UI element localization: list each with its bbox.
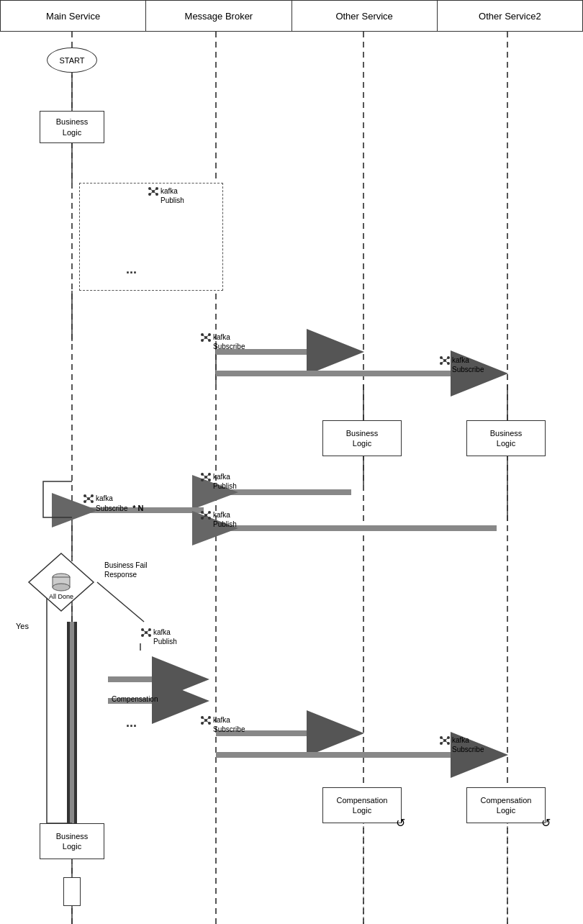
biz-logic-final: BusinessLogic xyxy=(40,823,104,859)
svg-line-98 xyxy=(146,633,150,635)
loop-icon-other: ↺ xyxy=(396,816,405,830)
lane-header-broker: Message Broker xyxy=(146,1,292,31)
comp-logic-other2: CompensationLogic xyxy=(466,787,546,823)
svg-line-76 xyxy=(89,499,92,502)
business-fail-label: Business FailResponse xyxy=(104,561,147,579)
svg-line-67 xyxy=(206,477,209,480)
lane-label-other: Other Service xyxy=(335,11,392,22)
svg-line-64 xyxy=(202,474,206,477)
lane-header-other2: Other Service2 xyxy=(438,1,582,31)
svg-rect-14 xyxy=(70,622,74,823)
kafka-subscribe-label-2: kafkaSubscribe xyxy=(439,355,484,374)
lane-label-main: Main Service xyxy=(46,11,100,22)
svg-line-85 xyxy=(206,515,209,518)
svg-point-89 xyxy=(53,584,70,591)
kafka-publish-comp: kafkaPublish xyxy=(140,628,177,646)
ellipsis-2: ... xyxy=(126,715,137,730)
comp-logic-other: CompensationLogic xyxy=(322,787,402,823)
svg-line-66 xyxy=(202,477,206,480)
start-node: START xyxy=(47,47,97,73)
svg-line-30 xyxy=(97,582,144,622)
svg-line-104 xyxy=(202,717,206,720)
svg-line-115 xyxy=(441,740,445,743)
svg-line-39 xyxy=(150,191,153,194)
svg-line-58 xyxy=(445,361,448,363)
svg-line-48 xyxy=(202,338,206,340)
biz-logic-other: BusinessLogic xyxy=(322,420,402,456)
lane-headers: Main Service Message Broker Other Servic… xyxy=(0,0,583,32)
compensation-arrow-label: Compensation xyxy=(112,695,158,703)
svg-line-105 xyxy=(206,717,209,720)
svg-line-83 xyxy=(206,512,209,515)
svg-line-74 xyxy=(89,496,92,499)
svg-line-46 xyxy=(202,335,206,338)
biz-logic-other2: BusinessLogic xyxy=(466,420,546,456)
svg-rect-13 xyxy=(67,622,77,823)
svg-line-56 xyxy=(445,358,448,361)
kafka-publish-label-3: kafkaPublish xyxy=(200,510,237,529)
yes-label: Yes xyxy=(16,622,29,630)
svg-line-49 xyxy=(206,338,209,340)
svg-line-82 xyxy=(202,512,206,515)
svg-line-37 xyxy=(150,189,153,191)
lane-label-other2: Other Service2 xyxy=(479,11,541,22)
svg-line-55 xyxy=(441,358,445,361)
svg-line-97 xyxy=(143,633,146,635)
all-done-label: All Done xyxy=(25,593,97,600)
svg-line-84 xyxy=(202,515,206,518)
svg-line-65 xyxy=(206,474,209,477)
lane-header-other: Other Service xyxy=(292,1,438,31)
svg-line-106 xyxy=(202,720,206,723)
diagram-area: START BusinessLogic kafkaPublish ... xyxy=(0,32,583,924)
svg-line-113 xyxy=(441,738,445,740)
kafka-subscribe-main-n: kafkaSubscribe * N xyxy=(83,494,144,513)
loop-icon-other2: ↺ xyxy=(541,816,551,830)
lane-header-main: Main Service xyxy=(1,1,146,31)
kafka-subscribe-comp-1: kafkaSubscribe xyxy=(200,715,245,734)
ellipsis-1: ... xyxy=(126,262,137,277)
svg-line-40 xyxy=(153,191,157,194)
kafka-publish-label-1: kafkaPublish xyxy=(148,186,184,205)
lane-label-broker: Message Broker xyxy=(185,11,253,22)
diamond-all-done: All Done xyxy=(25,550,97,615)
svg-line-114 xyxy=(445,738,448,740)
kafka-publish-label-2: kafkaPublish xyxy=(200,472,237,491)
svg-line-47 xyxy=(206,335,209,338)
kafka-subscribe-label-1: kafkaSubscribe xyxy=(200,332,245,351)
kafka-subscribe-comp-2: kafkaSubscribe xyxy=(439,735,484,754)
svg-line-73 xyxy=(85,496,89,499)
svg-line-57 xyxy=(441,361,445,363)
svg-line-116 xyxy=(445,740,448,743)
terminal-box xyxy=(63,877,81,906)
svg-line-75 xyxy=(85,499,89,502)
svg-line-96 xyxy=(146,630,150,633)
svg-line-38 xyxy=(153,189,157,191)
svg-line-95 xyxy=(143,630,146,633)
svg-line-107 xyxy=(206,720,209,723)
biz-logic-1: BusinessLogic xyxy=(40,111,104,143)
